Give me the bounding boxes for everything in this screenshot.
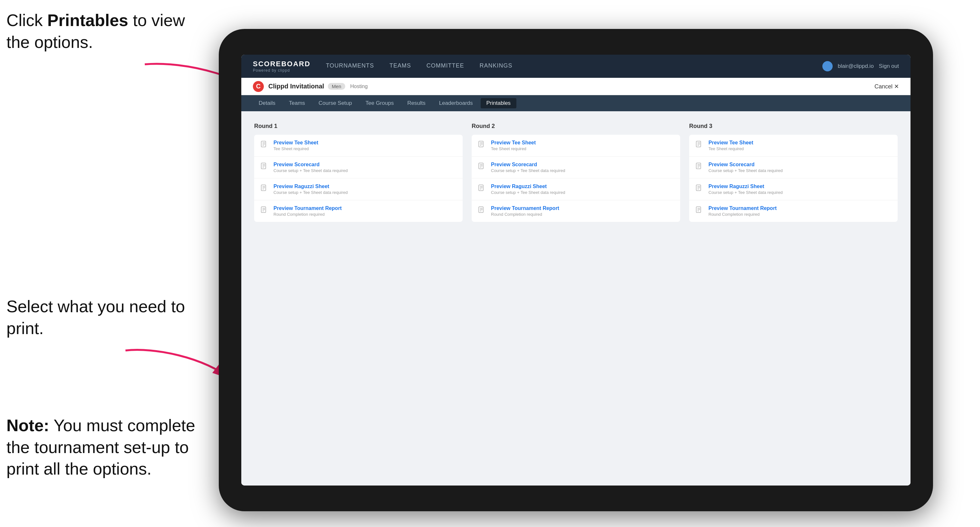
document-icon-4 [260, 206, 269, 215]
sign-out-link[interactable]: Sign out [879, 63, 899, 70]
round-3-report-title: Preview Tournament Report [708, 205, 777, 211]
doc-icon-r3-4 [695, 206, 704, 215]
document-icon-3 [260, 184, 269, 193]
round-1-column: Round 1 Preview Tee Sheet Tee Sheet requ… [254, 123, 463, 222]
doc-icon-r2-1 [477, 141, 487, 149]
nav-tournaments[interactable]: TOURNAMENTS [326, 62, 374, 70]
doc-icon-r2-2 [477, 162, 487, 171]
round-1-tournament-report[interactable]: Preview Tournament Report Round Completi… [254, 200, 463, 222]
round-3-raguzzi-sub: Course setup + Tee Sheet data required [708, 190, 783, 195]
round-3-report-sub: Round Completion required [708, 212, 777, 217]
round-2-title: Round 2 [472, 123, 680, 130]
round-2-tee-sheet[interactable]: Preview Tee Sheet Tee Sheet required [472, 135, 680, 157]
annotation-middle: Select what you need to print. [6, 296, 193, 339]
round-3-raguzzi[interactable]: Preview Raguzzi Sheet Course setup + Tee… [689, 178, 898, 200]
round-1-tee-sheet-text: Preview Tee Sheet Tee Sheet required [274, 140, 318, 151]
tournament-badge: Men [328, 83, 345, 90]
annotation-bottom: Note: You must complete the tournament s… [6, 415, 212, 480]
tablet-shell: SCOREBOARD Powered by clippd TOURNAMENTS… [219, 29, 933, 511]
top-nav: SCOREBOARD Powered by clippd TOURNAMENTS… [241, 55, 910, 78]
round-2-raguzzi[interactable]: Preview Raguzzi Sheet Course setup + Tee… [472, 178, 680, 200]
nav-committee[interactable]: COMMITTEE [426, 62, 464, 70]
round-2-column: Round 2 Preview Tee Sheet Tee Sheet requ… [472, 123, 680, 222]
round-1-raguzzi[interactable]: Preview Raguzzi Sheet Course setup + Tee… [254, 178, 463, 200]
document-icon-2 [260, 162, 269, 171]
annotation-top: Click Printables to view the options. [6, 10, 193, 53]
tab-leaderboards[interactable]: Leaderboards [433, 98, 479, 108]
round-1-title: Round 1 [254, 123, 463, 130]
round-3-scorecard[interactable]: Preview Scorecard Course setup + Tee She… [689, 157, 898, 178]
round-3-column: Round 3 Preview Tee Sheet Tee Sheet requ… [689, 123, 898, 222]
tablet-screen: SCOREBOARD Powered by clippd TOURNAMENTS… [241, 55, 910, 486]
round-1-scorecard-title: Preview Scorecard [274, 162, 348, 168]
doc-icon-r2-4 [477, 206, 487, 215]
tournament-cancel-button[interactable]: Cancel ✕ [875, 83, 899, 90]
tab-results[interactable]: Results [401, 98, 431, 108]
round-1-raguzzi-sub: Course setup + Tee Sheet data required [274, 190, 348, 195]
round-2-report-sub: Round Completion required [491, 212, 559, 217]
round-2-tournament-report[interactable]: Preview Tournament Report Round Completi… [472, 200, 680, 222]
tab-course-setup[interactable]: Course Setup [313, 98, 358, 108]
nav-rankings[interactable]: RANKINGS [480, 62, 512, 70]
round-3-tee-sheet-sub: Tee Sheet required [708, 146, 753, 151]
round-1-raguzzi-title: Preview Raguzzi Sheet [274, 184, 348, 189]
round-1-tee-sheet[interactable]: Preview Tee Sheet Tee Sheet required [254, 135, 463, 157]
round-2-card: Preview Tee Sheet Tee Sheet required Pre… [472, 135, 680, 222]
round-2-scorecard-sub: Course setup + Tee Sheet data required [491, 168, 565, 173]
tab-teams[interactable]: Teams [283, 98, 311, 108]
logo-title: SCOREBOARD [253, 60, 310, 68]
top-nav-right: blair@clippd.io Sign out [822, 61, 899, 71]
round-3-title: Round 3 [689, 123, 898, 130]
round-1-scorecard-text: Preview Scorecard Course setup + Tee She… [274, 162, 348, 173]
doc-icon-r2-3 [477, 184, 487, 193]
round-2-scorecard[interactable]: Preview Scorecard Course setup + Tee She… [472, 157, 680, 178]
round-2-scorecard-title: Preview Scorecard [491, 162, 565, 168]
round-3-raguzzi-title: Preview Raguzzi Sheet [708, 184, 783, 189]
user-avatar [822, 61, 833, 71]
tab-printables[interactable]: Printables [480, 98, 517, 108]
tournament-status: Hosting [350, 84, 368, 89]
round-1-raguzzi-text: Preview Raguzzi Sheet Course setup + Tee… [274, 184, 348, 195]
round-3-tee-sheet-title: Preview Tee Sheet [708, 140, 753, 146]
round-1-report-title: Preview Tournament Report [274, 205, 342, 211]
round-3-scorecard-sub: Course setup + Tee Sheet data required [708, 168, 783, 173]
round-1-card: Preview Tee Sheet Tee Sheet required Pre… [254, 135, 463, 222]
top-nav-links: TOURNAMENTS TEAMS COMMITTEE RANKINGS [326, 62, 822, 70]
doc-icon-r3-1 [695, 141, 704, 149]
round-1-scorecard-sub: Course setup + Tee Sheet data required [274, 168, 348, 173]
round-3-tournament-report[interactable]: Preview Tournament Report Round Completi… [689, 200, 898, 222]
round-1-report-text: Preview Tournament Report Round Completi… [274, 205, 342, 217]
tab-details[interactable]: Details [253, 98, 281, 108]
round-1-tee-sheet-title: Preview Tee Sheet [274, 140, 318, 146]
logo-sub: Powered by clippd [253, 68, 310, 73]
round-1-tee-sheet-sub: Tee Sheet required [274, 146, 318, 151]
tab-tee-groups[interactable]: Tee Groups [360, 98, 399, 108]
annotation-printables-bold: Printables [47, 11, 128, 30]
tournament-name: Clippd Invitational [268, 83, 324, 90]
rounds-container: Round 1 Preview Tee Sheet Tee Sheet requ… [254, 123, 898, 222]
scoreboard-logo: SCOREBOARD Powered by clippd [253, 60, 310, 73]
sub-tabs: Details Teams Course Setup Tee Groups Re… [241, 95, 910, 111]
round-1-report-sub: Round Completion required [274, 212, 342, 217]
round-3-tee-sheet[interactable]: Preview Tee Sheet Tee Sheet required [689, 135, 898, 157]
round-2-report-title: Preview Tournament Report [491, 205, 559, 211]
round-2-raguzzi-title: Preview Raguzzi Sheet [491, 184, 565, 189]
round-2-raguzzi-sub: Course setup + Tee Sheet data required [491, 190, 565, 195]
round-2-tee-sheet-sub: Tee Sheet required [491, 146, 536, 151]
doc-icon-r3-2 [695, 162, 704, 171]
tournament-bar: C Clippd Invitational Men Hosting Cancel… [241, 78, 910, 95]
tournament-logo: C [253, 81, 264, 92]
round-1-scorecard[interactable]: Preview Scorecard Course setup + Tee She… [254, 157, 463, 178]
user-email: blair@clippd.io [838, 63, 874, 70]
main-content: Round 1 Preview Tee Sheet Tee Sheet requ… [241, 111, 910, 486]
nav-teams[interactable]: TEAMS [390, 62, 411, 70]
document-icon [260, 141, 269, 149]
round-2-tee-sheet-title: Preview Tee Sheet [491, 140, 536, 146]
round-3-scorecard-title: Preview Scorecard [708, 162, 783, 168]
annotation-note-bold: Note: [6, 416, 49, 435]
round-3-card: Preview Tee Sheet Tee Sheet required Pre… [689, 135, 898, 222]
doc-icon-r3-3 [695, 184, 704, 193]
